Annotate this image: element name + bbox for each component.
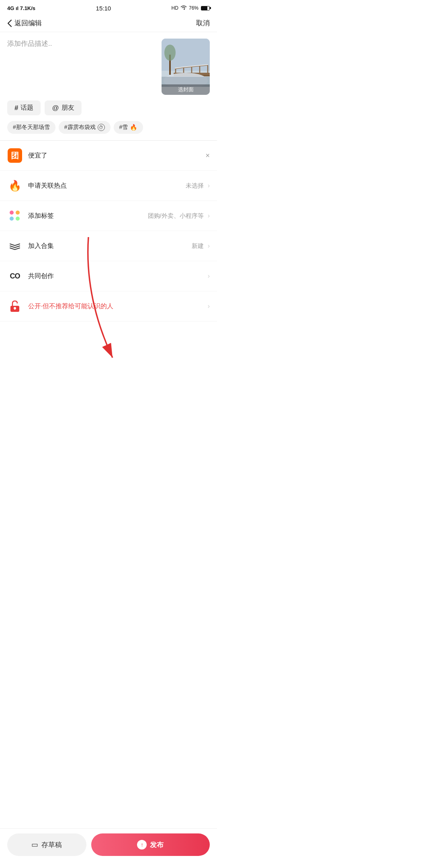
co-icon-wrapper: CO [7,268,23,284]
tag-row: # 话题 @ 朋友 [0,99,217,121]
back-label: 返回编辑 [14,18,42,28]
list-item-tags[interactable]: 添加标签 团购/外卖、小程序等 › [0,201,217,231]
list-item-collection[interactable]: 加入合集 新建 › [0,231,217,261]
co-icon: CO [10,272,20,280]
cocreate-arrow-icon: › [208,272,210,280]
status-bar: 4G ıl 7.1K/s 15:10 HD 76% [0,0,217,14]
status-left: 4G ıl 7.1K/s [7,5,35,11]
back-button[interactable]: 返回编辑 [7,18,42,28]
stack-icon-wrapper [7,238,23,254]
list-item-hotspot[interactable]: 🔥 申请关联热点 未选择 › [0,171,217,201]
list-item-tuanjou[interactable]: 团 便宜了 × [0,141,217,171]
tags-value: 团购/外卖、小程序等 [148,212,204,220]
description-input[interactable]: 添加作品描述.. [7,39,157,95]
at-icon: @ [52,104,59,112]
mention-tag-button[interactable]: @ 朋友 [45,100,81,115]
privacy-arrow-icon: › [208,303,210,310]
hotspot-arrow-icon: › [208,182,210,189]
fire-icon-chip: 🔥 [130,124,137,131]
topic-tag-button[interactable]: # 话题 [7,100,41,115]
thumbnail-area[interactable]: 选封面 [162,39,210,95]
dots-icon [10,211,20,221]
svg-rect-16 [14,308,15,310]
hashtag-row: #那冬天那场雪 #霹雳布袋戏 ⏱ #雪 🔥 [0,121,217,140]
topic-label: 话题 [20,104,33,112]
hashtag-text-xue: #雪 [119,124,128,131]
hashtag-text-snow: #那冬天那场雪 [13,124,50,131]
collection-arrow-icon: › [208,242,210,250]
status-wifi [180,5,187,11]
mention-label: 朋友 [61,104,74,112]
hashtag-chip-puppet[interactable]: #霹雳布袋戏 ⏱ [59,121,111,134]
privacy-title: 公开·但不推荐给可能认识的人 [28,302,206,311]
tuanjou-close-button[interactable]: × [205,151,210,160]
tags-title: 添加标签 [28,212,148,220]
lock-icon-wrapper [7,299,23,314]
back-chevron-icon [7,19,12,27]
collection-title: 加入合集 [28,242,192,250]
hashtag-chip-xue[interactable]: #雪 🔥 [114,121,143,134]
stack-icon [9,242,20,250]
tuanjou-icon-wrapper: 团 [7,148,23,163]
status-hd: HD [172,5,178,11]
cancel-button[interactable]: 取消 [196,18,210,28]
tags-arrow-icon: › [208,212,210,219]
list-item-cocreate[interactable]: CO 共同创作 › [0,261,217,291]
collection-value: 新建 [192,242,204,250]
dots-icon-wrapper [7,208,23,223]
hashtag-text-puppet: #霹雳布袋戏 [64,124,96,131]
status-right: HD 76% [172,5,210,11]
hotspot-title: 申请关联热点 [28,182,186,190]
hash-icon: # [14,104,18,112]
nav-bar: 返回编辑 取消 [0,14,217,32]
cocreate-title: 共同创作 [28,272,206,280]
hashtag-chip-snow[interactable]: #那冬天那场雪 [7,121,55,134]
lock-icon [10,300,20,312]
content-area: 添加作品描述.. [0,32,217,99]
status-battery-pct: 76% [189,5,199,11]
svg-point-3 [164,45,176,61]
clock-icon: ⏱ [98,124,105,131]
tuanjou-icon: 团 [8,148,22,163]
status-time: 15:10 [96,5,111,12]
battery-icon [201,6,210,10]
hotspot-value: 未选择 [186,182,204,190]
thumbnail-label: 选封面 [162,84,210,95]
fire-icon: 🔥 [8,180,21,192]
fire-icon-wrapper: 🔥 [7,178,23,193]
list-item-privacy[interactable]: 公开·但不推荐给可能认识的人 › [0,291,217,321]
tuanjou-title: 便宜了 [28,151,202,160]
